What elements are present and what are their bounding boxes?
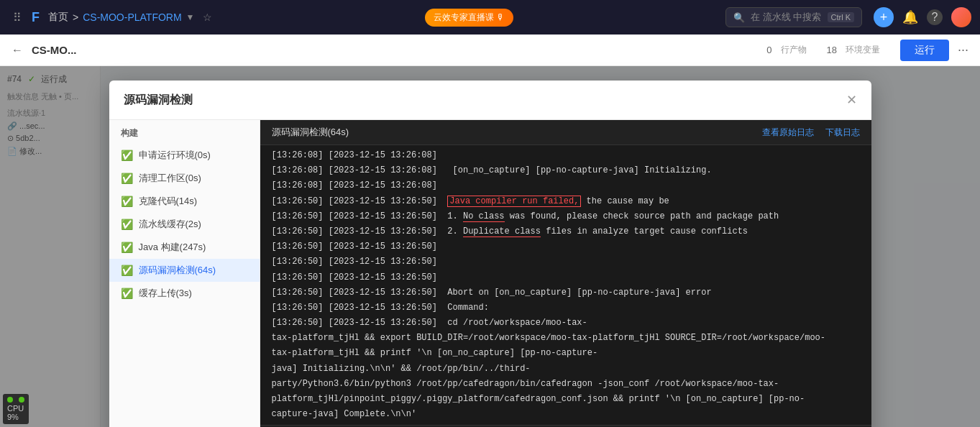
- log-content[interactable]: [13:26:08] [2023-12-15 13:26:08] [13:26:…: [260, 145, 871, 425]
- sidebar-item-label-4: Java 构建(247s): [139, 241, 206, 254]
- download-log-button[interactable]: 下载日志: [825, 127, 860, 139]
- sidebar-item-label-0: 申请运行环境(0s): [139, 149, 211, 162]
- sidebar-item-clone[interactable]: ✅ 克隆代码(14s): [109, 190, 260, 213]
- log-line-7: [13:26:50] [2023-12-15 13:26:50]: [260, 239, 871, 254]
- sidebar-item-apply-env[interactable]: ✅ 申请运行环境(0s): [109, 144, 260, 167]
- modal-sidebar: 构建 ✅ 申请运行环境(0s) ✅ 清理工作区(0s) ✅ 克隆代码(14s): [109, 120, 260, 427]
- log-line-9: [13:26:50] [2023-12-15 13:26:50]: [260, 270, 871, 285]
- cpu-indicator: CPU 9%: [3, 394, 29, 424]
- search-bar[interactable]: 🔍 在 流水线 中搜索 Ctrl K: [725, 7, 862, 27]
- check-icon-3: ✅: [121, 219, 133, 230]
- cloud-badge[interactable]: 云效专家直播课 🎙: [425, 9, 513, 27]
- search-text: 在 流水线 中搜索: [751, 11, 821, 24]
- sidebar-item-label-5: 源码漏洞检测(64s): [139, 264, 216, 277]
- breadcrumb-sep: >: [73, 12, 78, 23]
- modal-title: 源码漏洞检测: [124, 93, 846, 108]
- sidebar-item-label-3: 流水线缓存(2s): [139, 218, 201, 231]
- log-line-8: [13:26:50] [2023-12-15 13:26:50]: [260, 254, 871, 270]
- top-navigation: ⠿ F 首页 > CS-MOO-PLATFORM ▼ ☆ 云效专家直播课 🎙 🔍…: [0, 0, 980, 35]
- page-toolbar: ← CS-MO... 0 行产物 18 环境变量 运行 ···: [0, 35, 980, 66]
- more-button[interactable]: ···: [958, 42, 968, 58]
- search-shortcut: Ctrl K: [828, 12, 855, 22]
- error-underline-2: Duplicate class: [463, 226, 541, 237]
- cpu-dot2: [19, 397, 24, 403]
- grid-icon[interactable]: ⠿: [9, 11, 26, 24]
- error-highlight-box: Java compiler run failed,: [447, 196, 581, 207]
- cpu-label: CPU: [7, 404, 24, 413]
- log-toolbar: 源码漏洞检测(64s) 查看原始日志 下载日志: [260, 120, 871, 145]
- plus-button[interactable]: +: [874, 7, 894, 27]
- log-line-12c: tax-platform_tjHl && printf '\n [on_no_c…: [260, 346, 871, 361]
- cpu-value: 9%: [7, 413, 24, 421]
- star-icon[interactable]: ☆: [203, 12, 212, 23]
- run-button[interactable]: 运行: [900, 40, 949, 61]
- cloud-badge-text: 云效专家直播课 🎙: [434, 12, 505, 24]
- check-icon-4: ✅: [121, 242, 133, 253]
- cpu-status-dot: [7, 397, 13, 403]
- search-icon: 🔍: [733, 12, 745, 23]
- modal-overlay: 源码漏洞检测 ✕ 构建 ✅ 申请运行环境(0s) ✅ 清理工作区(0s): [0, 66, 980, 427]
- avatar[interactable]: [951, 7, 971, 27]
- log-line-5: [13:26:50] [2023-12-15 13:26:50] 1. No c…: [260, 209, 871, 224]
- log-line-12: [13:26:50] [2023-12-15 13:26:50] cd /roo…: [260, 316, 871, 331]
- log-line-1: [13:26:08] [2023-12-15 13:26:08]: [260, 148, 871, 163]
- sidebar-item-label-1: 清理工作区(0s): [139, 172, 201, 185]
- log-line-12d: java] Initializing.\n\n' && /root/pp/bin…: [260, 362, 871, 377]
- check-icon-6: ✅: [121, 288, 133, 299]
- check-icon-2: ✅: [121, 196, 133, 207]
- nav-center: 云效专家直播课 🎙: [218, 9, 720, 27]
- sidebar-item-cache[interactable]: ✅ 流水线缓存(2s): [109, 213, 260, 236]
- log-panel: 源码漏洞检测(64s) 查看原始日志 下载日志 [13:26:08] [2023…: [260, 120, 871, 427]
- page-title: CS-MO...: [32, 44, 77, 56]
- sidebar-item-clean[interactable]: ✅ 清理工作区(0s): [109, 167, 260, 190]
- log-title: 源码漏洞检测(64s): [272, 126, 349, 139]
- check-icon-5: ✅: [121, 265, 133, 276]
- sidebar-item-label-2: 克隆代码(14s): [139, 195, 198, 208]
- log-line-12g: capture-java] Complete.\n\n': [260, 407, 871, 422]
- log-line-2: [13:26:08] [2023-12-15 13:26:08] [on_no_…: [260, 163, 871, 178]
- breadcrumb: 首页 > CS-MOO-PLATFORM ▼: [48, 11, 194, 24]
- sidebar-item-java-build[interactable]: ✅ Java 构建(247s): [109, 236, 260, 259]
- modal-dialog: 源码漏洞检测 ✕ 构建 ✅ 申请运行环境(0s) ✅ 清理工作区(0s): [109, 81, 871, 427]
- modal-close-button[interactable]: ✕: [846, 92, 857, 108]
- log-line-4: [13:26:50] [2023-12-15 13:26:50] Java co…: [260, 194, 871, 209]
- platform-link[interactable]: CS-MOO-PLATFORM: [83, 12, 181, 23]
- sidebar-item-label-6: 缓存上传(3s): [139, 287, 192, 300]
- log-line-12e: party/Python3.6/bin/python3 /root/pp/caf…: [260, 377, 871, 392]
- check-icon-1: ✅: [121, 173, 133, 184]
- error-underline-1: No class: [463, 211, 505, 222]
- help-icon[interactable]: ?: [927, 9, 943, 25]
- main-content: #74 ✓ 运行成 触发信息 无触 • 页... 流水线源·1 🔗 ...sec…: [0, 66, 980, 427]
- log-line-6: [13:26:50] [2023-12-15 13:26:50] 2. Dupl…: [260, 224, 871, 239]
- modal-body: 构建 ✅ 申请运行环境(0s) ✅ 清理工作区(0s) ✅ 克隆代码(14s): [109, 120, 871, 427]
- view-raw-log-button[interactable]: 查看原始日志: [762, 127, 814, 139]
- nav-actions: + 🔔 ?: [874, 7, 971, 27]
- check-icon-0: ✅: [121, 150, 133, 161]
- log-line-12f: platform_tjHl/pinpoint_piggy/.piggy_plat…: [260, 392, 871, 407]
- back-button[interactable]: ←: [12, 44, 23, 57]
- log-line-3: [13:26:08] [2023-12-15 13:26:08]: [260, 178, 871, 193]
- logo-icon: F: [32, 10, 40, 25]
- sidebar-item-vuln-scan[interactable]: ✅ 源码漏洞检测(64s): [109, 259, 260, 282]
- bell-icon[interactable]: 🔔: [902, 9, 918, 25]
- home-link[interactable]: 首页: [48, 11, 68, 24]
- sidebar-header: 构建: [109, 120, 260, 144]
- breadcrumb-arrow[interactable]: ▼: [186, 12, 195, 22]
- modal-header: 源码漏洞检测 ✕: [109, 81, 871, 120]
- log-line-11: [13:26:50] [2023-12-15 13:26:50] Command…: [260, 300, 871, 316]
- sidebar-item-upload[interactable]: ✅ 缓存上传(3s): [109, 282, 260, 305]
- log-line-12b: tax-platform_tjHl && export BUILD_DIR=/r…: [260, 331, 871, 346]
- log-line-10: [13:26:50] [2023-12-15 13:26:50] Abort o…: [260, 285, 871, 300]
